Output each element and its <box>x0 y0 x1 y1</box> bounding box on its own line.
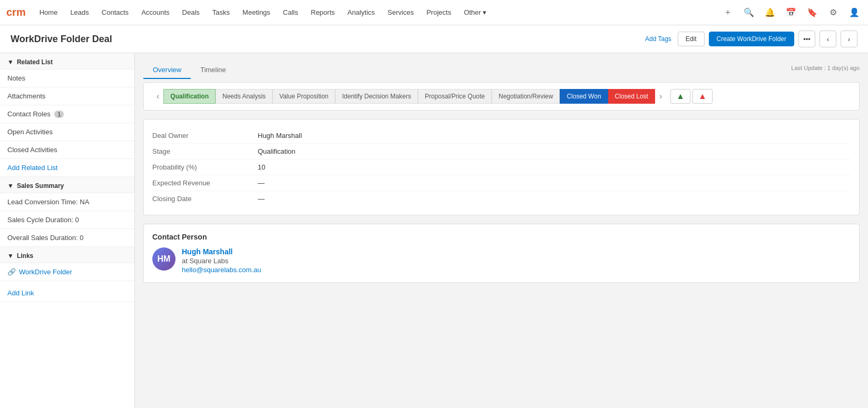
header-actions: Edit Create WorkDrive Folder ••• ‹ › <box>678 31 857 47</box>
nav-leads[interactable]: Leads <box>65 5 94 19</box>
sales-summary-label: Sales Summary <box>17 182 64 190</box>
detail-row-stage: Stage Qualification <box>152 144 851 160</box>
create-workdrive-button[interactable]: Create WorkDrive Folder <box>709 32 794 46</box>
contact-card: HM Hugh Marshall at Square Labs hello@sq… <box>152 247 851 274</box>
links-header: ▼ Links <box>0 247 134 263</box>
flag-green-button[interactable]: ▲ <box>670 89 690 104</box>
main-layout: ▼ Related List Notes Attachments Contact… <box>0 53 868 408</box>
related-list-chevron[interactable]: ▼ <box>7 58 14 66</box>
stage-value: Qualification <box>258 147 851 155</box>
tab-timeline[interactable]: Timeline <box>191 62 236 79</box>
stage-qualification[interactable]: Qualification <box>163 89 216 104</box>
nav-contacts[interactable]: Contacts <box>96 5 134 19</box>
links-chevron[interactable]: ▼ <box>7 252 14 260</box>
nav-accounts[interactable]: Accounts <box>136 5 174 19</box>
flag-red-button[interactable]: ▲ <box>693 89 713 104</box>
nav-meetings[interactable]: Meetings <box>237 5 276 19</box>
pipeline-flags: ▲ ▲ <box>670 89 713 104</box>
sidebar-item-sales-cycle: Sales Cycle Duration: 0 <box>0 211 134 229</box>
sidebar-item-open-activities[interactable]: Open Activities <box>0 123 134 141</box>
tab-overview[interactable]: Overview <box>143 62 191 79</box>
nav-projects[interactable]: Projects <box>421 5 456 19</box>
stage-needs-analysis[interactable]: Needs Analysis <box>216 89 272 104</box>
notifications-icon[interactable]: 🔔 <box>763 5 777 20</box>
links-label: Links <box>17 252 33 260</box>
sidebar-item-attachments[interactable]: Attachments <box>0 87 134 105</box>
stage-proposal[interactable]: Proposal/Price Quote <box>418 89 492 104</box>
pipeline-bar: ‹ Qualification Needs Analysis Value Pro… <box>143 82 860 111</box>
stage-identify-decision-makers[interactable]: Identify Decision Makers <box>335 89 418 104</box>
calendar-icon[interactable]: 📅 <box>784 5 798 20</box>
sidebar-item-lead-conversion: Lead Conversion Time: NA <box>0 193 134 211</box>
deal-title: WorkDrive Folder Deal <box>11 34 639 45</box>
detail-row-expected-revenue: Expected Revenue — <box>152 175 851 191</box>
avatar: HM <box>152 247 175 271</box>
pipeline-prev[interactable]: ‹ <box>152 92 163 101</box>
contact-email[interactable]: hello@squarelabs.com.au <box>182 266 261 274</box>
add-tags-button[interactable]: Add Tags <box>645 35 671 43</box>
stage-label: Stage <box>152 147 258 155</box>
closing-date-label: Closing Date <box>152 195 258 203</box>
pipeline-stages: Qualification Needs Analysis Value Propo… <box>163 89 655 104</box>
related-list-label: Related List <box>17 58 53 66</box>
nav-right: ＋ 🔍 🔔 📅 🔖 ⚙ 👤 <box>720 5 862 20</box>
crm-logo: crm <box>6 6 26 18</box>
prev-record-button[interactable]: ‹ <box>820 31 836 47</box>
contact-section-title: Contact Person <box>152 233 851 241</box>
nav-analytics[interactable]: Analytics <box>342 5 380 19</box>
contact-info: Hugh Marshall at Square Labs hello@squar… <box>182 247 261 274</box>
detail-row-owner: Deal Owner Hugh Marshall <box>152 128 851 144</box>
profile-icon[interactable]: 👤 <box>847 5 862 20</box>
sales-summary-header: ▼ Sales Summary <box>0 177 134 193</box>
sidebar-item-closed-activities[interactable]: Closed Activities <box>0 141 134 159</box>
contact-name[interactable]: Hugh Marshall <box>182 247 261 256</box>
top-nav: crm Home Leads Contacts Accounts Deals T… <box>0 0 868 25</box>
owner-value: Hugh Marshall <box>258 132 851 140</box>
next-record-button[interactable]: › <box>841 31 857 47</box>
sidebar-item-add-related-list[interactable]: Add Related List <box>0 159 134 177</box>
contact-company: at Square Labs <box>182 257 261 265</box>
sidebar-item-notes[interactable]: Notes <box>0 69 134 87</box>
expected-revenue-value: — <box>258 179 851 187</box>
probability-label: Probability (%) <box>152 163 258 171</box>
contact-roles-badge: 1 <box>54 111 64 118</box>
stage-value-proposition[interactable]: Value Proposition <box>272 89 335 104</box>
sidebar-item-add-link[interactable]: Add Link <box>0 284 134 302</box>
search-icon[interactable]: 🔍 <box>742 5 756 20</box>
detail-row-closing-date: Closing Date — <box>152 191 851 206</box>
contact-person-card: Contact Person HM Hugh Marshall at Squar… <box>143 224 860 283</box>
pipeline-next[interactable]: › <box>655 92 666 101</box>
nav-calls[interactable]: Calls <box>278 5 304 19</box>
stage-closed-won[interactable]: Closed Won <box>560 89 608 104</box>
deal-detail-card: Deal Owner Hugh Marshall Stage Qualifica… <box>143 119 860 215</box>
closing-date-value: — <box>258 195 851 203</box>
settings-icon[interactable]: ⚙ <box>826 5 841 20</box>
sidebar-item-workdrive-folder[interactable]: 🔗 WorkDrive Folder <box>0 263 134 281</box>
probability-value: 10 <box>258 163 851 171</box>
nav-home[interactable]: Home <box>34 5 63 19</box>
nav-other[interactable]: Other ▾ <box>459 5 492 19</box>
edit-button[interactable]: Edit <box>678 32 705 46</box>
owner-label: Deal Owner <box>152 132 258 140</box>
nav-services[interactable]: Services <box>382 5 419 19</box>
nav-tasks[interactable]: Tasks <box>207 5 235 19</box>
link-icon: 🔗 <box>7 268 16 276</box>
more-options-button[interactable]: ••• <box>798 31 815 47</box>
stage-negotiation[interactable]: Negotiation/Review <box>492 89 560 104</box>
nav-deals[interactable]: Deals <box>177 5 205 19</box>
sidebar-item-contact-roles[interactable]: Contact Roles 1 <box>0 105 134 123</box>
main-content: Overview Timeline Last Update : 1 day(s)… <box>135 53 868 408</box>
related-list-header: ▼ Related List <box>0 53 134 69</box>
last-update: Last Update : 1 day(s) ago <box>791 65 860 71</box>
bookmark-icon[interactable]: 🔖 <box>805 5 820 20</box>
expected-revenue-label: Expected Revenue <box>152 179 258 187</box>
sidebar: ▼ Related List Notes Attachments Contact… <box>0 53 135 408</box>
nav-reports[interactable]: Reports <box>306 5 340 19</box>
sales-summary-chevron[interactable]: ▼ <box>7 182 14 190</box>
deal-header: WorkDrive Folder Deal Add Tags Edit Crea… <box>0 25 868 53</box>
stage-closed-lost[interactable]: Closed Lost <box>608 89 655 104</box>
create-icon[interactable]: ＋ <box>720 5 735 20</box>
sidebar-item-overall-sales: Overall Sales Duration: 0 <box>0 229 134 247</box>
detail-row-probability: Probability (%) 10 <box>152 160 851 175</box>
tab-bar: Overview Timeline <box>143 62 236 78</box>
